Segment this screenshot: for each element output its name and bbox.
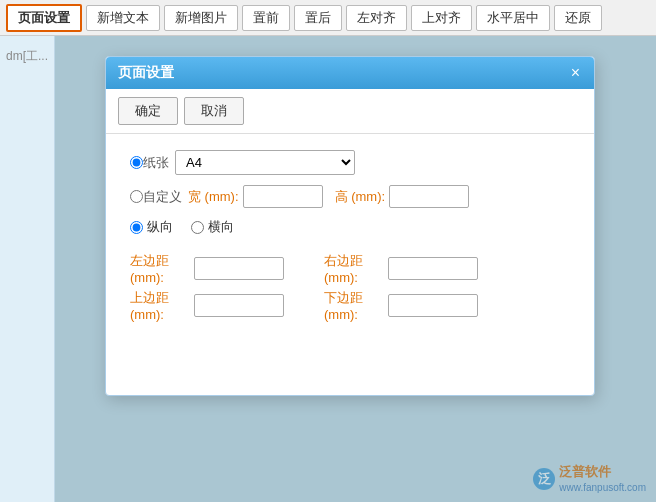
left-margin-label2: (mm): bbox=[130, 270, 190, 285]
send-back-button[interactable]: 置后 bbox=[294, 5, 342, 31]
custom-size-row: 自定义 宽 (mm): 高 (mm): bbox=[130, 185, 570, 208]
dialog-body: 纸张 A4 A3 B5 Letter 自定义 自定义 宽 (mm) bbox=[106, 134, 594, 338]
right-margin-input[interactable] bbox=[388, 257, 478, 280]
main-area: dm[工... 页面设置 × 确定 取消 bbox=[0, 36, 656, 502]
right-margin-label1: 右边距 bbox=[324, 252, 384, 270]
center-h-button[interactable]: 水平居中 bbox=[476, 5, 550, 31]
landscape-text: 横向 bbox=[208, 218, 234, 236]
height-input[interactable] bbox=[389, 185, 469, 208]
bottom-margin-row: 下边距 (mm): bbox=[324, 289, 478, 322]
portrait-label[interactable]: 纵向 bbox=[130, 218, 173, 236]
left-margin-row: 左边距 (mm): bbox=[130, 252, 284, 285]
right-bottom-col: 右边距 (mm): 下边距 (mm): bbox=[324, 252, 478, 322]
page-setup-dialog: 页面设置 × 确定 取消 纸张 A4 A3 bbox=[105, 56, 595, 396]
left-top-col: 左边距 (mm): 上边距 (mm): bbox=[130, 252, 284, 322]
landscape-label[interactable]: 横向 bbox=[191, 218, 234, 236]
confirm-button[interactable]: 确定 bbox=[118, 97, 178, 125]
left-margin-input[interactable] bbox=[194, 257, 284, 280]
modal-overlay: 页面设置 × 确定 取消 纸张 A4 A3 bbox=[55, 36, 656, 502]
bring-front-button[interactable]: 置前 bbox=[242, 5, 290, 31]
dialog-title: 页面设置 bbox=[118, 64, 174, 82]
portrait-radio[interactable] bbox=[130, 221, 143, 234]
custom-radio[interactable] bbox=[130, 190, 143, 203]
paper-select[interactable]: A4 A3 B5 Letter 自定义 bbox=[175, 150, 355, 175]
dialog-close-button[interactable]: × bbox=[569, 65, 582, 81]
right-margin-row: 右边距 (mm): bbox=[324, 252, 478, 285]
dialog-header: 页面设置 × bbox=[106, 57, 594, 89]
canvas-area: 页面设置 × 确定 取消 纸张 A4 A3 bbox=[55, 36, 656, 502]
orientation-row: 纵向 横向 bbox=[130, 218, 570, 236]
bottom-margin-label1: 下边距 bbox=[324, 289, 384, 307]
dialog-toolbar: 确定 取消 bbox=[106, 89, 594, 134]
height-label: 高 (mm): bbox=[335, 188, 386, 206]
bottom-margin-input[interactable] bbox=[388, 294, 478, 317]
add-text-button[interactable]: 新增文本 bbox=[86, 5, 160, 31]
width-label: 宽 (mm): bbox=[188, 188, 239, 206]
paper-radio[interactable] bbox=[130, 156, 143, 169]
paper-label: 纸张 bbox=[143, 154, 169, 172]
landscape-radio[interactable] bbox=[191, 221, 204, 234]
top-margin-label2: (mm): bbox=[130, 307, 190, 322]
margin-section: 左边距 (mm): 上边距 (mm): bbox=[130, 252, 570, 322]
page-setup-button[interactable]: 页面设置 bbox=[6, 4, 82, 32]
align-left-button[interactable]: 左对齐 bbox=[346, 5, 407, 31]
add-image-button[interactable]: 新增图片 bbox=[164, 5, 238, 31]
paper-row: 纸张 A4 A3 B5 Letter 自定义 bbox=[130, 150, 570, 175]
sidebar-label: dm[工... bbox=[4, 44, 50, 69]
left-margin-label1: 左边距 bbox=[130, 252, 190, 270]
restore-button[interactable]: 还原 bbox=[554, 5, 602, 31]
custom-label: 自定义 bbox=[143, 188, 182, 206]
left-sidebar: dm[工... bbox=[0, 36, 55, 502]
right-margin-label2: (mm): bbox=[324, 270, 384, 285]
portrait-text: 纵向 bbox=[147, 218, 173, 236]
align-top-button[interactable]: 上对齐 bbox=[411, 5, 472, 31]
toolbar: 页面设置 新增文本 新增图片 置前 置后 左对齐 上对齐 水平居中 还原 bbox=[0, 0, 656, 36]
width-input[interactable] bbox=[243, 185, 323, 208]
bottom-margin-label2: (mm): bbox=[324, 307, 384, 322]
cancel-button[interactable]: 取消 bbox=[184, 97, 244, 125]
top-margin-input[interactable] bbox=[194, 294, 284, 317]
top-margin-row: 上边距 (mm): bbox=[130, 289, 284, 322]
top-margin-label1: 上边距 bbox=[130, 289, 190, 307]
